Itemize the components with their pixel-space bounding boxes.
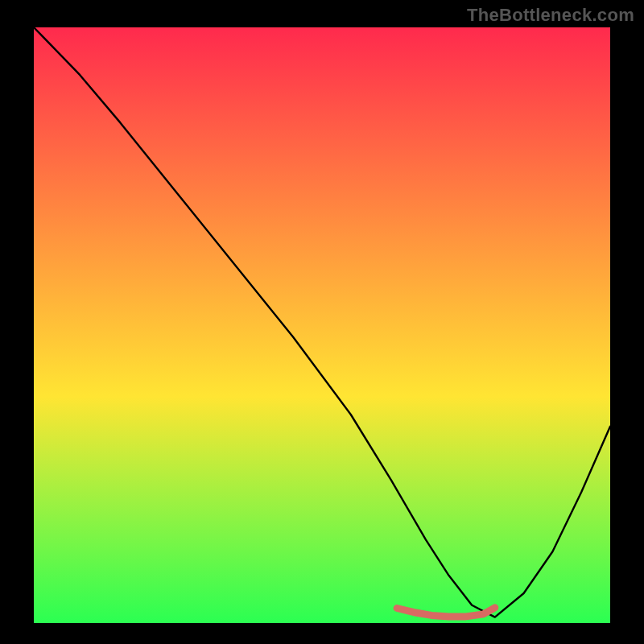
- chart-svg: [34, 27, 610, 623]
- plot-area: [34, 27, 610, 623]
- chart-container: TheBottleneck.com: [0, 0, 644, 644]
- gradient-background: [34, 27, 610, 623]
- watermark-text: TheBottleneck.com: [467, 5, 634, 26]
